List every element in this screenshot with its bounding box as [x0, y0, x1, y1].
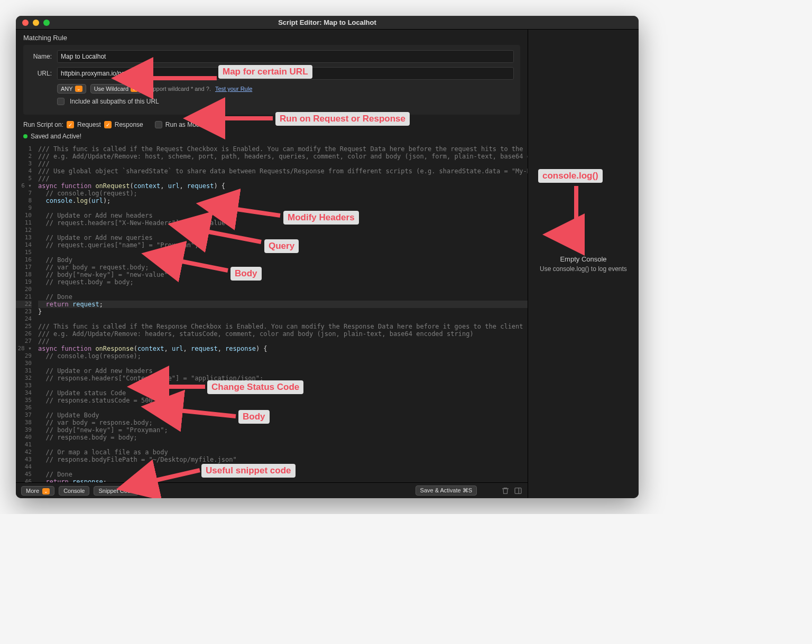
snippet-code-button[interactable]: Snippet Code — [94, 486, 139, 496]
status-dot-icon — [23, 134, 27, 138]
code-line[interactable]: // body["new-key"] = "new-value" — [38, 271, 528, 278]
code-line[interactable]: /// e.g. Add/Update/Remove: host, scheme… — [38, 153, 528, 160]
code-line[interactable]: // var body = request.body; — [38, 264, 528, 271]
code-line[interactable]: } — [38, 308, 528, 315]
code-line[interactable]: // request.headers["X-New-Headers"] = "M… — [38, 219, 528, 227]
code-line[interactable]: return response; — [38, 478, 528, 482]
line-number: 40 — [16, 434, 32, 441]
code-line[interactable]: // request.body = body; — [38, 278, 528, 286]
code-line[interactable]: // Update or Add new headers — [38, 367, 528, 375]
code-line[interactable] — [38, 204, 528, 212]
line-number: 45 — [16, 471, 32, 478]
line-number: 22 — [16, 301, 32, 308]
code-line[interactable]: /// This func is called if the Request C… — [38, 145, 528, 153]
more-button[interactable]: More ⌄ — [21, 486, 54, 496]
console-button[interactable]: Console — [59, 486, 89, 496]
maximize-button[interactable] — [43, 20, 50, 26]
code-line[interactable]: // Done — [38, 471, 528, 478]
mock-checkbox[interactable] — [155, 121, 162, 128]
chevron-down-icon: ⌄ — [42, 488, 50, 494]
line-number: 12 — [16, 227, 32, 234]
code-line[interactable]: /// — [38, 338, 528, 345]
line-number: 34 — [16, 389, 32, 397]
code-line[interactable]: /// This func is called if the Response … — [38, 323, 528, 330]
line-number: 21 — [16, 293, 32, 301]
name-input[interactable] — [57, 50, 514, 63]
code-line[interactable]: // Body — [38, 256, 528, 264]
matching-rule-header: Matching Rule — [16, 30, 528, 45]
line-number: 18 — [16, 271, 32, 278]
code-line[interactable]: // var body = response.body; — [38, 419, 528, 426]
line-number: 2 — [16, 153, 32, 160]
code-line[interactable]: // Update Body — [38, 412, 528, 419]
line-number: 27 — [16, 338, 32, 345]
request-checkbox[interactable]: ✓ — [67, 121, 74, 128]
code-line[interactable] — [38, 382, 528, 389]
line-number: 35 — [16, 397, 32, 404]
code-line[interactable]: // response.headers["Content-Type"] = "a… — [38, 375, 528, 382]
wildcard-select[interactable]: Use Wildcard ⌄ — [90, 84, 142, 94]
run-script-label: Run Script on: — [23, 121, 63, 128]
code-line[interactable]: // Update status Code — [38, 389, 528, 397]
line-number: 30 — [16, 360, 32, 367]
code-line[interactable]: // Done — [38, 293, 528, 301]
code-line[interactable]: // request.queries["name"] = "Proxyman"; — [38, 241, 528, 249]
code-editor[interactable]: 123456 ▾78910111213141516171819202122232… — [16, 144, 528, 482]
method-select[interactable]: ANY ⌄ — [57, 84, 86, 94]
code-line[interactable]: /// — [38, 175, 528, 182]
trash-icon[interactable] — [501, 487, 510, 495]
code-line[interactable]: // body["new-key"] = "Proxyman"; — [38, 426, 528, 434]
code-line[interactable]: /// e.g. Add/Update/Remove: headers, sta… — [38, 330, 528, 338]
code-line[interactable]: // console.log(response); — [38, 352, 528, 360]
mock-label: Run as Mock API — [165, 121, 214, 128]
code-line[interactable]: /// Use global object `sharedState` to s… — [38, 167, 528, 175]
status-text: Saved and Active! — [31, 133, 81, 140]
panel-toggle-icon[interactable] — [514, 487, 522, 495]
code-line[interactable]: return request; — [38, 301, 528, 308]
line-number: 15 — [16, 249, 32, 256]
code-line[interactable]: // Update or Add new queries — [38, 234, 528, 241]
line-number: 4 — [16, 167, 32, 175]
code-line[interactable]: // Or map a local file as a body — [38, 449, 528, 456]
matching-rule-form: Name: URL: ANY ⌄ Use Wildcard ⌄ — [23, 45, 520, 115]
code-line[interactable] — [38, 315, 528, 323]
line-number: 42 — [16, 449, 32, 456]
code-line[interactable]: // console.log(request); — [38, 190, 528, 197]
code-line[interactable]: /// — [38, 160, 528, 167]
line-number: 25 — [16, 323, 32, 330]
name-label: Name: — [30, 53, 52, 60]
url-input[interactable] — [57, 67, 514, 80]
code-line[interactable]: // response.body = body; — [38, 434, 528, 441]
code-line[interactable] — [38, 286, 528, 293]
line-number: 37 — [16, 412, 32, 419]
line-number: 24 — [16, 315, 32, 323]
line-number: 17 — [16, 264, 32, 271]
code-line[interactable] — [38, 404, 528, 412]
code-line[interactable]: async function onResponse(context, url, … — [38, 345, 528, 352]
code-line[interactable]: // response.bodyFilePath = "~/Desktop/my… — [38, 456, 528, 463]
response-checkbox[interactable]: ✓ — [104, 121, 112, 128]
code-line[interactable]: console.log(url); — [38, 197, 528, 204]
code-line[interactable]: async function onRequest(context, url, r… — [38, 182, 528, 190]
response-label: Response — [115, 121, 143, 128]
line-number: 46 — [16, 478, 32, 482]
line-number: 6 ▾ — [16, 182, 32, 190]
chevron-down-icon: ⌄ — [131, 86, 138, 92]
code-line[interactable] — [38, 360, 528, 367]
code-line[interactable] — [38, 249, 528, 256]
close-button[interactable] — [22, 20, 29, 26]
code-line[interactable]: // Update or Add new headers — [38, 212, 528, 219]
code-line[interactable] — [38, 463, 528, 471]
include-subpaths-checkbox[interactable] — [57, 98, 64, 105]
line-number: 3 — [16, 160, 32, 167]
code-line[interactable]: // response.statusCode = 500; — [38, 397, 528, 404]
line-number: 23 — [16, 308, 32, 315]
test-rule-link[interactable]: Test your Rule — [215, 86, 252, 92]
console-panel: Empty Console Use console.log() to log e… — [528, 30, 639, 498]
line-number: 44 — [16, 463, 32, 471]
code-line[interactable] — [38, 227, 528, 234]
code-line[interactable] — [38, 441, 528, 449]
request-label: Request — [77, 121, 101, 128]
save-activate-button[interactable]: Save & Activate ⌘S — [416, 486, 477, 496]
minimize-button[interactable] — [33, 20, 39, 26]
